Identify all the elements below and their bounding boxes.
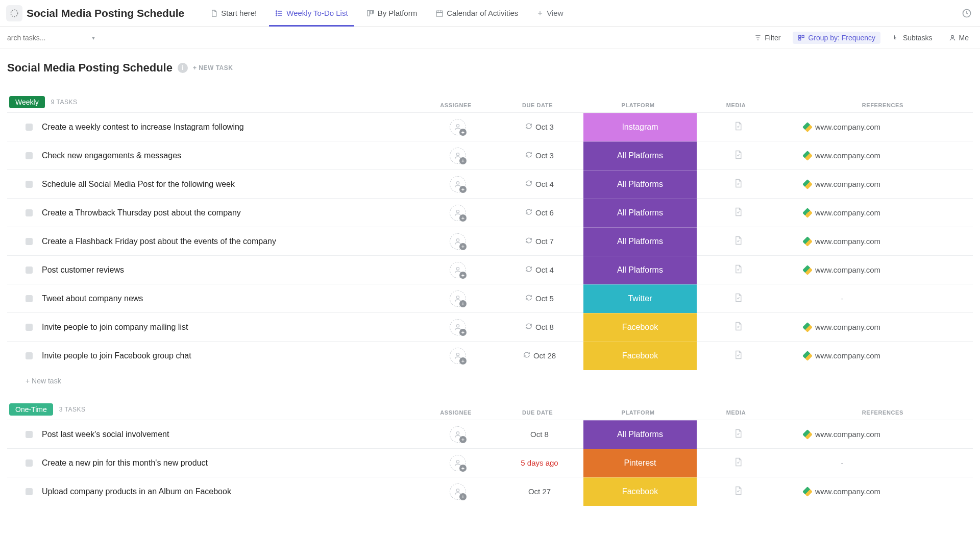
reference-cell[interactable]: www.company.com [779, 208, 912, 217]
task-row[interactable]: Invite people to join company mailing li… [7, 312, 973, 341]
task-name[interactable]: Create a weekly contest to increase Inst… [42, 123, 420, 132]
assignee-cell[interactable]: + [420, 262, 496, 278]
groupby-button[interactable]: Group by: Frequency [793, 32, 880, 44]
assignee-avatar-empty[interactable]: + [450, 483, 466, 500]
assignee-cell[interactable]: + [420, 455, 496, 471]
platform-cell[interactable]: Facebook [583, 477, 697, 506]
status-box[interactable] [26, 124, 33, 131]
filter-button[interactable]: Filter [750, 32, 785, 44]
reference-cell[interactable]: www.company.com [779, 180, 912, 188]
media-cell[interactable] [697, 150, 779, 161]
me-button[interactable]: Me [945, 32, 973, 44]
task-row[interactable]: Tweet about company news + Oct 5 Twitter [7, 284, 973, 312]
search-input[interactable] [7, 34, 89, 42]
task-name[interactable]: Post last week's social involvement [42, 430, 420, 439]
due-date-cell[interactable]: Oct 28 [496, 351, 583, 360]
media-cell[interactable] [697, 207, 779, 219]
media-cell[interactable] [697, 321, 779, 333]
view-tab[interactable]: Weekly To-Do List [266, 0, 357, 27]
reference-cell[interactable]: www.company.com [779, 151, 912, 160]
due-date-cell[interactable]: Oct 27 [496, 487, 583, 496]
task-name[interactable]: Create a new pin for this month's new pr… [42, 458, 420, 468]
task-row[interactable]: Create a Flashback Friday post about the… [7, 227, 973, 255]
assignee-avatar-empty[interactable]: + [450, 176, 466, 192]
due-date-cell[interactable]: Oct 3 [496, 151, 583, 160]
platform-cell[interactable]: All Platforms [583, 227, 697, 256]
chevron-down-icon[interactable]: ▾ [92, 34, 95, 41]
task-name[interactable]: Post customer reviews [42, 265, 420, 275]
reference-cell[interactable]: www.company.com [779, 237, 912, 246]
status-box[interactable] [26, 431, 33, 438]
media-cell[interactable] [697, 350, 779, 361]
due-date-cell[interactable]: Oct 6 [496, 208, 583, 217]
due-date-cell[interactable]: Oct 8 [496, 430, 583, 439]
due-date-cell[interactable]: 5 days ago [496, 458, 583, 467]
assignee-cell[interactable]: + [420, 483, 496, 500]
assignee-avatar-empty[interactable]: + [450, 148, 466, 164]
reference-cell[interactable]: - [779, 294, 912, 303]
platform-cell[interactable]: All Platforms [583, 141, 697, 170]
status-box[interactable] [26, 209, 33, 216]
platform-cell[interactable]: All Platforms [583, 256, 697, 284]
subtasks-button[interactable]: Subtasks [889, 32, 937, 44]
reference-cell[interactable]: www.company.com [779, 487, 912, 496]
assignee-cell[interactable]: + [420, 119, 496, 135]
status-box[interactable] [26, 266, 33, 274]
platform-cell[interactable]: Facebook [583, 342, 697, 370]
due-date-cell[interactable]: Oct 4 [496, 265, 583, 274]
task-row[interactable]: Upload company products in an Album on F… [7, 477, 973, 505]
reference-cell[interactable]: www.company.com [779, 430, 912, 439]
status-box[interactable] [26, 459, 33, 467]
media-cell[interactable] [697, 486, 779, 497]
platform-cell[interactable]: Facebook [583, 313, 697, 342]
assignee-avatar-empty[interactable]: + [450, 262, 466, 278]
task-name[interactable]: Upload company products in an Album on F… [42, 487, 420, 496]
group-badge[interactable]: One-Time [9, 403, 53, 416]
media-cell[interactable] [697, 235, 779, 247]
new-task-row[interactable]: + New task [7, 370, 973, 385]
status-box[interactable] [26, 324, 33, 331]
platform-cell[interactable]: Instagram [583, 113, 697, 141]
view-tab[interactable]: Calendar of Activities [426, 0, 527, 27]
task-row[interactable]: Post customer reviews + Oct 4 All Platfo… [7, 255, 973, 284]
media-cell[interactable] [697, 457, 779, 469]
status-box[interactable] [26, 238, 33, 245]
reference-cell[interactable]: www.company.com [779, 123, 912, 131]
assignee-cell[interactable]: + [420, 205, 496, 221]
assignee-avatar-empty[interactable]: + [450, 319, 466, 335]
platform-cell[interactable]: Pinterest [583, 449, 697, 477]
task-row[interactable]: Create a new pin for this month's new pr… [7, 448, 973, 477]
status-box[interactable] [26, 295, 33, 302]
assignee-avatar-empty[interactable]: + [450, 233, 466, 250]
media-cell[interactable] [697, 264, 779, 276]
due-date-cell[interactable]: Oct 4 [496, 180, 583, 188]
reference-cell[interactable]: www.company.com [779, 351, 912, 360]
task-row[interactable]: Schedule all Social Media Post for the f… [7, 169, 973, 198]
due-date-cell[interactable]: Oct 3 [496, 123, 583, 131]
platform-cell[interactable]: All Platforms [583, 199, 697, 227]
automation-icon[interactable] [962, 8, 974, 18]
media-cell[interactable] [697, 293, 779, 304]
task-name[interactable]: Create a Throwback Thursday post about t… [42, 208, 420, 217]
add-view-button[interactable]: View [527, 0, 572, 27]
assignee-cell[interactable]: + [420, 176, 496, 192]
reference-cell[interactable]: www.company.com [779, 323, 912, 331]
due-date-cell[interactable]: Oct 5 [496, 294, 583, 303]
media-cell[interactable] [697, 428, 779, 440]
task-row[interactable]: Create a weekly contest to increase Inst… [7, 112, 973, 141]
platform-cell[interactable]: All Platforms [583, 170, 697, 199]
media-cell[interactable] [697, 121, 779, 133]
task-name[interactable]: Check new engagements & messages [42, 151, 420, 160]
task-row[interactable]: Check new engagements & messages + Oct 3… [7, 141, 973, 169]
view-tab[interactable]: Start here! [201, 0, 266, 27]
platform-cell[interactable]: Twitter [583, 284, 697, 313]
task-row[interactable]: Post last week's social involvement + Oc… [7, 420, 973, 448]
list-settings-icon[interactable] [6, 5, 22, 21]
reference-cell[interactable]: - [779, 458, 912, 467]
assignee-cell[interactable]: + [420, 348, 496, 364]
assignee-avatar-empty[interactable]: + [450, 290, 466, 307]
assignee-cell[interactable]: + [420, 233, 496, 250]
reference-cell[interactable]: www.company.com [779, 265, 912, 274]
task-name[interactable]: Tweet about company news [42, 294, 420, 303]
assignee-cell[interactable]: + [420, 148, 496, 164]
